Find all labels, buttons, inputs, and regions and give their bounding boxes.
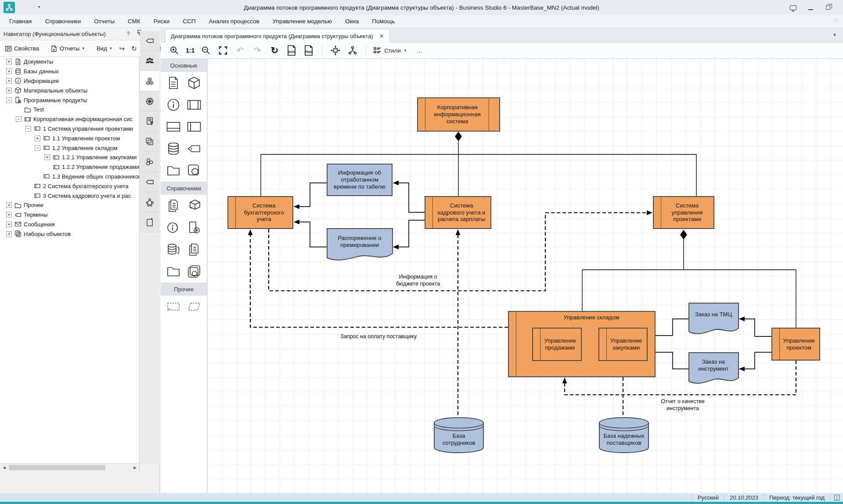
diagram-tab[interactable]: Диаграмма потоков программного продукта …	[165, 29, 390, 43]
palette-object-set-icon[interactable]	[185, 163, 203, 178]
palette-section-reference[interactable]: Справочники	[161, 182, 207, 195]
expander[interactable]: +	[6, 68, 12, 74]
expander[interactable]: −	[6, 97, 12, 103]
palette-tag-icon[interactable]	[185, 141, 203, 156]
scroll-thumb[interactable]	[9, 465, 105, 470]
tab-close-icon[interactable]: ✕	[379, 33, 384, 39]
tree-item-software-products[interactable]: − Программные продукты	[0, 95, 139, 105]
diagram-canvas[interactable]: Корпоративная информационная система Сис…	[207, 59, 843, 493]
palette-folder2-icon[interactable]	[165, 264, 182, 279]
palette-card-icon[interactable]	[165, 119, 182, 134]
scroll-left-icon[interactable]: ◀	[0, 464, 8, 471]
strip-wheel-icon[interactable]	[140, 91, 159, 111]
tree-item-system-1-2-1[interactable]: + 1.2.1 Управление закупками	[0, 153, 139, 162]
palette-document-icon[interactable]	[165, 75, 182, 90]
palette-info-icon[interactable]	[165, 97, 182, 112]
menu-analiz[interactable]: Анализ процессов	[202, 15, 266, 28]
palette-section-other[interactable]: Прочее	[161, 282, 207, 296]
connector-tree-button[interactable]	[347, 45, 358, 56]
status-log-icon[interactable]	[830, 494, 843, 501]
tree-item-other[interactable]: + Прочее	[0, 200, 139, 210]
palette-documents-icon[interactable]	[165, 198, 182, 213]
navigator-hscrollbar[interactable]: ◀ ▶	[0, 463, 140, 471]
maximize-button[interactable]	[823, 2, 833, 13]
auto-layout-button[interactable]	[330, 45, 341, 56]
tree-item-system-1-2-2[interactable]: 1.2.2 Управление продажами	[0, 162, 139, 172]
strip-people-icon[interactable]	[140, 51, 159, 71]
tree-item-databases[interactable]: + Базы данных	[0, 67, 139, 76]
tree-item-system-1-2[interactable]: − 1.2 Управление складом	[0, 143, 139, 153]
share-arrow-button[interactable]: ↪	[117, 43, 127, 54]
tree-item-corporate-system[interactable]: − Корпоративная информационная сис	[0, 114, 139, 124]
quick-access-dropdown-icon[interactable]: ▾	[35, 4, 43, 11]
menu-ssp[interactable]: ССП	[176, 15, 202, 28]
tab-list-dropdown-icon[interactable]: ▼	[832, 32, 837, 37]
expander[interactable]: +	[6, 59, 12, 64]
palette-databases-icon[interactable]	[165, 242, 182, 257]
refresh-button[interactable]: ↻	[129, 43, 139, 54]
tree-item-system-1[interactable]: − 1 Система управления проектами	[0, 124, 139, 134]
node-purchasing-mgmt[interactable]: Управление закупками	[598, 328, 648, 361]
strip-new-document-icon[interactable]	[140, 212, 159, 232]
tree-item-terms[interactable]: + Термины	[0, 210, 139, 220]
status-date[interactable]: 20.10.2023	[724, 493, 764, 502]
node-corporate-info-system[interactable]: Корпоративная информационная система	[417, 97, 500, 132]
expander[interactable]: +	[6, 88, 12, 93]
expander[interactable]: −	[16, 116, 22, 122]
palette-object-sets-icon[interactable]	[185, 264, 203, 279]
navigator-help-button[interactable]: ?	[124, 30, 132, 38]
menu-pomosch[interactable]: Помощь	[365, 15, 401, 28]
palette-folder-icon[interactable]	[165, 163, 182, 178]
palette-cube-icon[interactable]	[185, 75, 203, 90]
expander[interactable]: +	[44, 154, 50, 160]
strip-layers-icon[interactable]	[140, 132, 159, 152]
scroll-right-icon[interactable]: ▶	[131, 464, 139, 471]
palette-software-icon[interactable]	[185, 220, 203, 235]
strip-tag-icon[interactable]	[140, 31, 159, 51]
expander[interactable]: +	[6, 212, 12, 218]
strip-document-t-icon[interactable]	[140, 111, 159, 132]
expander[interactable]: −	[25, 126, 31, 132]
strip-molecule-icon[interactable]	[140, 192, 159, 212]
strip-circles-icon[interactable]	[140, 152, 159, 172]
expander[interactable]: +	[6, 202, 12, 208]
status-period[interactable]: Период: текущий год	[764, 493, 830, 502]
node-project-mgmt-system[interactable]: Система управления проектами	[653, 196, 714, 229]
tree-item-system-1-1[interactable]: + 1.1 Управление проектом	[0, 133, 139, 143]
menu-spravochniki[interactable]: Справочники	[38, 15, 87, 28]
palette-frame-icon[interactable]	[165, 299, 182, 314]
display-mode-button[interactable]	[788, 2, 798, 13]
toolbar-more-button[interactable]: ...	[417, 47, 422, 54]
refresh-diagram-button[interactable]: ↻	[269, 45, 280, 56]
zoom-out-button[interactable]	[200, 45, 212, 56]
feedback-heart-icon[interactable]: ♡	[833, 18, 839, 25]
zoom-ratio-button[interactable]: 1:1	[186, 47, 195, 54]
menu-upravlenie-modelyu[interactable]: Управление моделью	[266, 15, 339, 28]
export-png-button[interactable]: PNG	[303, 45, 314, 56]
palette-section-main[interactable]: Основные	[161, 59, 207, 72]
tree-item-information[interactable]: + Информация	[0, 76, 139, 86]
status-language[interactable]: Русский	[692, 493, 724, 502]
reports-button[interactable]: Отчеты ▼	[48, 44, 87, 54]
tree-item-documents[interactable]: + Документы	[0, 57, 139, 67]
minimize-button[interactable]	[805, 2, 816, 13]
strip-functional-objects-icon[interactable]	[140, 71, 159, 91]
styles-button[interactable]: Стили ▼	[374, 47, 407, 54]
menu-smk[interactable]: СМК	[121, 15, 147, 28]
view-button[interactable]: Вид ▼	[94, 44, 115, 53]
tree-item-material-objects[interactable]: + Материальные объекты	[0, 86, 139, 95]
palette-subsystem-icon[interactable]	[185, 119, 203, 134]
palette-infos-icon[interactable]	[165, 220, 182, 235]
tree-item-system-1-3[interactable]: 1.3 Ведение общих справочников	[0, 172, 139, 182]
node-timesheet-info[interactable]: Информация об отработанном времени по та…	[327, 164, 393, 196]
node-sales-mgmt[interactable]: Управление продажами	[532, 328, 582, 361]
expander[interactable]: +	[6, 78, 12, 84]
tree-item-object-sets[interactable]: + Наборы объектов	[0, 229, 139, 239]
fit-to-screen-button[interactable]	[217, 45, 229, 56]
palette-database-icon[interactable]	[165, 141, 182, 156]
tree-item-messages[interactable]: + Сообщения	[0, 220, 139, 229]
properties-button[interactable]: Свойства	[3, 44, 41, 54]
zoom-in-button[interactable]	[169, 45, 180, 56]
palette-documents2-icon[interactable]	[185, 242, 203, 257]
menu-glavnaya[interactable]: Главная	[3, 15, 38, 28]
